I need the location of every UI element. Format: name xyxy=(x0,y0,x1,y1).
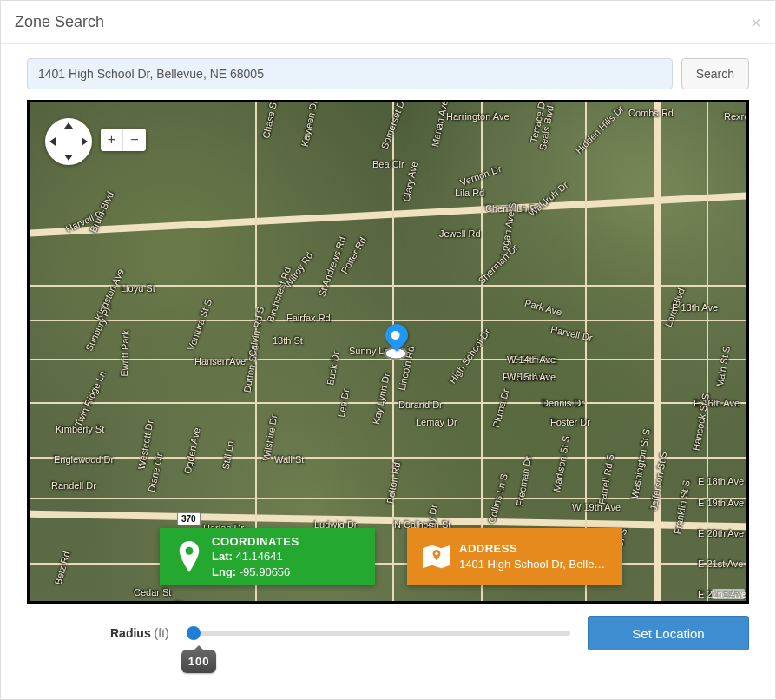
radius-unit: (ft) xyxy=(155,626,169,640)
street-label: Twin Ridge Ln xyxy=(73,369,108,428)
street-label: Sherman Dr xyxy=(476,242,519,286)
lng-row: Lng: -95.90656 xyxy=(212,565,299,580)
street-label: Calvin Rd S xyxy=(247,306,266,357)
street-label: W 14th Ave xyxy=(507,354,556,365)
pin-icon xyxy=(172,541,207,572)
coordinates-card[interactable]: COORDINATES Lat: 41.14641 Lng: -95.90656 xyxy=(160,528,375,585)
street-label: Harvell Dr xyxy=(549,324,593,343)
coordinates-title: COORDINATES xyxy=(212,534,299,550)
modal-body: Search Combs RdRexroad CirRedmond DrHarr… xyxy=(1,44,775,699)
street-label: E 21st Ave xyxy=(698,558,743,569)
road xyxy=(30,511,746,530)
street-label: Wall St xyxy=(274,454,304,465)
road xyxy=(654,102,661,601)
street-label: Kayleen Dr xyxy=(299,100,319,148)
street-label: Jefferson St S xyxy=(648,451,669,512)
road xyxy=(585,102,587,601)
street-label: Warren St S xyxy=(746,427,749,479)
road xyxy=(30,402,746,404)
pan-up-icon[interactable] xyxy=(64,122,73,129)
radius-slider-wrap: 100 xyxy=(187,631,570,636)
modal-header: Zone Search × xyxy=(1,1,775,44)
pan-left-icon[interactable] xyxy=(49,137,56,146)
map-canvas[interactable]: Combs RdRexroad CirRedmond DrHarrington … xyxy=(27,100,749,604)
map-icon xyxy=(419,544,454,570)
map-attribution: © ESRI xyxy=(712,589,745,599)
road xyxy=(30,563,746,565)
street-label: Englewood Dr xyxy=(54,454,114,465)
search-row: Search xyxy=(27,58,749,89)
lng-value: -95.90656 xyxy=(240,565,291,578)
modal-title: Zone Search xyxy=(15,13,104,31)
street-label: Durand Dr xyxy=(398,400,443,410)
street-label: Still Ln xyxy=(220,440,236,471)
street-label: Dennis Dr xyxy=(542,398,584,408)
address-value: 1401 High School Dr, Belle… xyxy=(459,557,605,572)
address-text: ADDRESS 1401 High School Dr, Belle… xyxy=(459,541,605,571)
radius-label: Radius (ft) xyxy=(110,626,169,640)
bottom-controls: Radius (ft) 100 Set Location xyxy=(27,616,749,650)
road xyxy=(707,102,708,601)
address-card[interactable]: ADDRESS 1401 High School Dr, Belle… xyxy=(407,528,622,585)
street-label: E 19th Ave xyxy=(698,498,744,508)
radius-label-text: Radius xyxy=(110,626,151,640)
coordinates-text: COORDINATES Lat: 41.14641 Lng: -95.90656 xyxy=(212,534,299,580)
street-label: E 18th Ave xyxy=(698,476,744,486)
street-label: Kay Lynn Dr xyxy=(371,372,391,425)
street-label: Ewritt Park xyxy=(119,330,131,377)
lat-label: Lat: xyxy=(212,550,233,563)
pan-control[interactable] xyxy=(45,118,92,165)
road xyxy=(30,192,746,236)
street-label: Marian Ave xyxy=(430,100,450,148)
search-button[interactable]: Search xyxy=(681,58,749,89)
street-label: E 20th Ave xyxy=(698,528,744,538)
street-label: Pluma Dr xyxy=(490,387,510,428)
street-label: Combs Rd xyxy=(628,108,674,118)
radius-value-badge: 100 xyxy=(181,650,217,673)
address-search-input[interactable] xyxy=(27,58,673,89)
zoom-control: + − xyxy=(101,129,146,151)
zone-search-modal: Zone Search × Search Combs RdRexro xyxy=(0,0,776,700)
street-label: Park Ave xyxy=(523,298,562,318)
street-label: Lemay Dr xyxy=(416,417,457,427)
street-label: Main St S xyxy=(714,345,732,387)
lng-label: Lng: xyxy=(212,565,236,578)
street-label: Kimberly St xyxy=(56,424,104,434)
zoom-out-button[interactable]: − xyxy=(123,129,146,151)
street-label: Betz Rd xyxy=(53,551,72,586)
street-label: Washington St S xyxy=(629,428,652,499)
street-label: Ogden Ave xyxy=(182,426,202,475)
street-label: Cedar St xyxy=(134,587,171,598)
street-label: Randell Dr xyxy=(51,480,96,491)
street-label: Foster Dr xyxy=(550,417,590,427)
street-label: W 19th Ave xyxy=(572,502,621,512)
street-label: Hansen Ave xyxy=(194,356,246,367)
street-label: Fairfax Rd xyxy=(286,313,331,323)
pan-down-icon[interactable] xyxy=(64,155,73,161)
zoom-in-button[interactable]: + xyxy=(101,129,123,151)
street-label: Bea Cir xyxy=(372,159,404,169)
street-label: Lila Rd xyxy=(455,188,484,198)
street-label: Waldruh Dr xyxy=(527,180,570,219)
set-location-button[interactable]: Set Location xyxy=(588,616,749,650)
street-label: Hillside Dr xyxy=(141,598,186,604)
street-label: W 15th Ave xyxy=(507,372,556,382)
street-label: Ventura St S xyxy=(186,298,214,352)
street-label: Buck Dr xyxy=(325,351,341,386)
radius-slider[interactable] xyxy=(187,631,570,636)
address-title: ADDRESS xyxy=(459,541,605,557)
pan-right-icon[interactable] xyxy=(82,137,88,146)
lat-row: Lat: 41.14641 xyxy=(212,549,299,565)
close-icon[interactable]: × xyxy=(751,14,761,31)
street-label: Madison St S xyxy=(551,435,571,493)
route-badge: 370 xyxy=(177,512,201,525)
street-label: Harrington Ave xyxy=(446,111,510,122)
street-label: 13th St xyxy=(273,335,303,346)
street-label: Lloyd St xyxy=(121,283,155,294)
street-label: Chase St S xyxy=(260,100,280,139)
street-label: Rexroad Cir xyxy=(724,111,749,122)
street-label: E 13th Ave xyxy=(672,302,718,313)
lat-value: 41.14641 xyxy=(235,550,282,563)
street-label: High School Dr xyxy=(447,327,492,385)
street-label: Jewell Rd xyxy=(439,228,481,239)
